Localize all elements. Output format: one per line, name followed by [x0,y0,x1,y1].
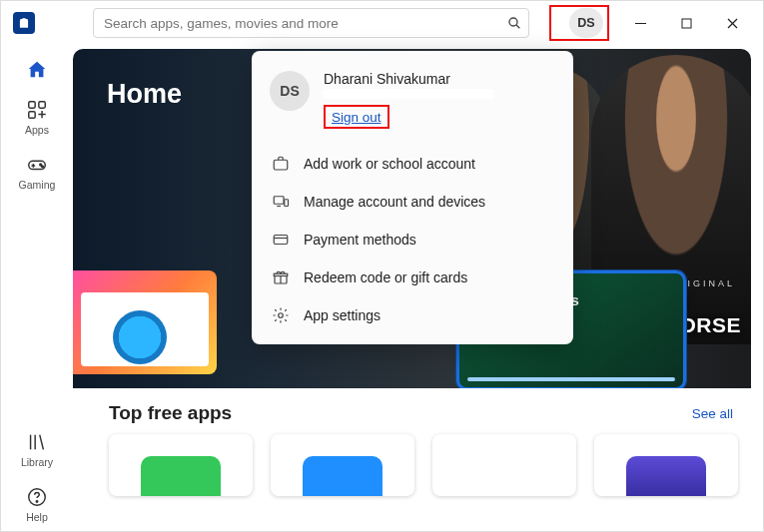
svg-rect-22 [274,236,288,245]
app-card[interactable] [271,434,414,496]
svg-point-11 [40,164,42,166]
hero-carousel-indicator [467,377,675,381]
svg-rect-20 [285,200,289,207]
sidebar-item-label: Gaming [19,179,56,191]
flyout-item-payment[interactable]: Payment methods [266,221,559,259]
flyout-item-label: Redeem code or gift cards [304,269,467,285]
library-icon [26,431,48,453]
flyout-user-name: Dharani Shivakumar [324,71,493,87]
svg-point-1 [509,18,517,26]
sidebar-item-library[interactable]: Library [7,423,67,476]
svg-point-12 [42,166,44,168]
flyout-item-label: Payment methods [304,232,416,248]
flyout-item-add-account[interactable]: Add work or school account [266,145,559,183]
sidebar-item-gaming[interactable]: Gaming [7,146,67,199]
sidebar-item-home[interactable] [7,51,67,89]
sidebar: Apps Gaming Library Help [1,45,73,531]
window-close-button[interactable] [709,3,755,43]
app-card[interactable] [109,434,253,496]
flyout-item-manage-account[interactable]: Manage account and devices [266,183,559,221]
section-title: Top free apps [109,402,232,424]
app-card-row [73,434,763,496]
account-avatar-button[interactable]: DS [569,8,603,38]
account-flyout: DS Dharani Shivakumar Sign out Add work … [252,51,573,344]
app-card[interactable] [594,434,738,496]
svg-rect-26 [274,273,288,275]
window-maximize-button[interactable] [663,3,709,43]
page-title: Home [107,79,182,110]
svg-rect-19 [274,197,284,205]
flyout-item-label: App settings [304,307,381,323]
gear-icon [272,306,290,324]
flyout-item-redeem[interactable]: Redeem code or gift cards [266,259,559,296]
credit-card-icon [272,231,290,249]
svg-line-2 [516,25,519,28]
flyout-item-label: Manage account and devices [304,194,485,210]
svg-point-17 [36,501,37,502]
see-all-link[interactable]: See all [692,406,733,421]
svg-rect-0 [22,18,26,19]
svg-rect-7 [29,102,35,108]
sidebar-item-label: Help [26,511,48,523]
sidebar-item-label: Apps [25,124,49,136]
home-icon [26,59,48,81]
flyout-item-label: Add work or school account [304,156,475,172]
flyout-user-email [324,89,493,99]
sidebar-item-apps[interactable]: Apps [7,91,67,144]
svg-rect-9 [29,112,35,118]
apps-icon [26,99,48,121]
help-icon [26,486,48,508]
sidebar-item-help[interactable]: Help [7,478,67,531]
svg-rect-8 [39,102,45,108]
sign-out-link[interactable]: Sign out [332,110,382,125]
svg-rect-18 [274,160,288,170]
window-minimize-button[interactable] [617,3,663,43]
store-logo-icon [13,12,35,34]
flyout-item-settings[interactable]: App settings [266,296,559,334]
search-icon[interactable] [506,15,522,31]
flyout-avatar: DS [270,71,310,111]
svg-point-27 [279,313,284,318]
hero-thumb-card[interactable] [73,270,217,374]
search-input[interactable] [104,16,506,31]
app-card[interactable] [432,434,576,496]
briefcase-icon [272,155,290,173]
gaming-icon [26,154,48,176]
gift-icon [272,268,290,286]
sidebar-item-label: Library [21,456,53,468]
svg-line-15 [40,435,44,450]
svg-rect-4 [682,19,691,28]
search-field[interactable] [93,8,529,38]
devices-icon [272,193,290,211]
